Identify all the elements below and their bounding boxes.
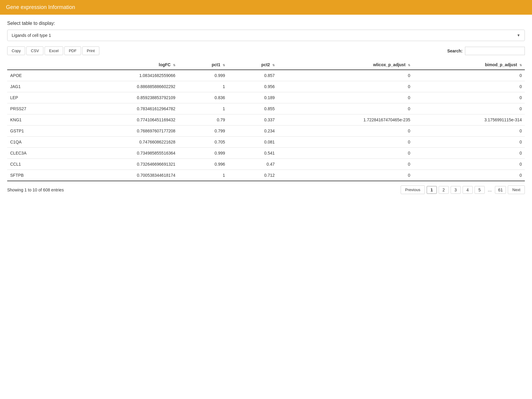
copy-button[interactable]: Copy — [7, 46, 25, 55]
cell-logfc: 0.774106451169432 — [64, 114, 178, 126]
cell-bimod: 3.1756991115e-314 — [413, 114, 525, 126]
cell-bimod: 0 — [413, 159, 525, 170]
cell-bimod: 0 — [413, 103, 525, 114]
cell-wlicox: 0 — [278, 126, 413, 137]
cell-pct2: 0.541 — [228, 148, 278, 159]
pdf-button[interactable]: PDF — [64, 46, 81, 55]
cell-gene: CLEC3A — [7, 148, 64, 159]
cell-pct2: 0.081 — [228, 137, 278, 148]
cell-pct1: 0.836 — [178, 92, 228, 103]
cell-pct1: 1 — [178, 170, 228, 181]
cell-pct1: 0.705 — [178, 137, 228, 148]
next-button[interactable]: Next — [508, 185, 525, 194]
dropdown-value: Ligands of cell type 1 — [12, 33, 51, 38]
cell-pct1: 0.79 — [178, 114, 228, 126]
table-row: APOE 1.08341682559066 0.999 0.857 0 0 — [7, 70, 525, 81]
cell-logfc: 0.859238853792109 — [64, 92, 178, 103]
cell-bimod: 0 — [413, 92, 525, 103]
previous-button[interactable]: Previous — [401, 185, 425, 194]
sort-icon-pct2: ⇅ — [272, 64, 275, 67]
col-header-wlicox[interactable]: wlicox_p_adjust ⇅ — [278, 60, 413, 70]
col-header-gene — [7, 60, 64, 70]
cell-logfc: 0.768697607177208 — [64, 126, 178, 137]
cell-logfc: 0.783461612964782 — [64, 103, 178, 114]
cell-bimod: 0 — [413, 137, 525, 148]
table-row: C1QA 0.74766086221628 0.705 0.081 0 0 — [7, 137, 525, 148]
cell-pct1: 0.996 — [178, 159, 228, 170]
cell-wlicox: 0 — [278, 170, 413, 181]
search-input[interactable] — [465, 47, 525, 55]
cell-logfc: 0.732646696691321 — [64, 159, 178, 170]
cell-gene: SFTPB — [7, 170, 64, 181]
table-row: KNG1 0.774106451169432 0.79 0.337 1.7228… — [7, 114, 525, 126]
cell-pct2: 0.712 — [228, 170, 278, 181]
cell-logfc: 0.74766086221628 — [64, 137, 178, 148]
cell-wlicox: 0 — [278, 70, 413, 81]
cell-gene: PRSS27 — [7, 103, 64, 114]
cell-wlicox: 0 — [278, 137, 413, 148]
sort-icon-bimod: ⇅ — [519, 64, 522, 67]
cell-pct2: 0.956 — [228, 81, 278, 92]
cell-pct1: 1 — [178, 81, 228, 92]
csv-button[interactable]: CSV — [26, 46, 43, 55]
cell-wlicox: 0 — [278, 148, 413, 159]
cell-wlicox: 0 — [278, 159, 413, 170]
select-label: Select table to display: — [7, 21, 525, 26]
table-dropdown[interactable]: Ligands of cell type 1 ▼ — [7, 30, 525, 41]
table-row: JAG1 0.886885886602292 1 0.956 0 0 — [7, 81, 525, 92]
sort-icon-logfc: ⇅ — [173, 64, 175, 67]
sort-icon-wlicox: ⇅ — [408, 64, 410, 67]
cell-wlicox: 0 — [278, 103, 413, 114]
table-row: GSTP1 0.768697607177208 0.799 0.234 0 0 — [7, 126, 525, 137]
cell-wlicox: 0 — [278, 81, 413, 92]
pagination-info: Showing 1 to 10 of 608 entries — [7, 188, 64, 192]
table-row: SFTPB 0.700538344618174 1 0.712 0 0 — [7, 170, 525, 181]
cell-logfc: 0.734985855516364 — [64, 148, 178, 159]
page-5-button[interactable]: 5 — [475, 186, 485, 194]
cell-wlicox: 1.72284167470465e-235 — [278, 114, 413, 126]
cell-pct2: 0.337 — [228, 114, 278, 126]
print-button[interactable]: Print — [82, 46, 99, 55]
page-last-button[interactable]: 61 — [495, 186, 506, 194]
search-label: Search: — [447, 49, 463, 53]
cell-pct1: 0.999 — [178, 148, 228, 159]
cell-pct2: 0.855 — [228, 103, 278, 114]
pagination-controls: Previous 1 2 3 4 5 … 61 Next — [401, 185, 525, 194]
table-row: CCL1 0.732646696691321 0.996 0.47 0 0 — [7, 159, 525, 170]
cell-pct2: 0.189 — [228, 92, 278, 103]
cell-logfc: 0.886885886602292 — [64, 81, 178, 92]
excel-button[interactable]: Excel — [45, 46, 63, 55]
header: Gene expression Information — [0, 0, 532, 15]
table-row: CLEC3A 0.734985855516364 0.999 0.541 0 0 — [7, 148, 525, 159]
cell-logfc: 0.700538344618174 — [64, 170, 178, 181]
cell-gene: GSTP1 — [7, 126, 64, 137]
col-header-logfc[interactable]: logFC ⇅ — [64, 60, 178, 70]
page-3-button[interactable]: 3 — [451, 186, 461, 194]
col-header-bimod[interactable]: bimod_p_adjust ⇅ — [413, 60, 525, 70]
col-header-pct1[interactable]: pct1 ⇅ — [178, 60, 228, 70]
table-row: LEP 0.859238853792109 0.836 0.189 0 0 — [7, 92, 525, 103]
cell-pct2: 0.857 — [228, 70, 278, 81]
cell-bimod: 0 — [413, 70, 525, 81]
table-row: PRSS27 0.783461612964782 1 0.855 0 0 — [7, 103, 525, 114]
chevron-down-icon: ▼ — [517, 33, 520, 37]
cell-pct1: 1 — [178, 103, 228, 114]
cell-bimod: 0 — [413, 126, 525, 137]
cell-wlicox: 0 — [278, 92, 413, 103]
col-header-pct2[interactable]: pct2 ⇅ — [228, 60, 278, 70]
cell-gene: KNG1 — [7, 114, 64, 126]
cell-gene: CCL1 — [7, 159, 64, 170]
page-2-button[interactable]: 2 — [439, 186, 449, 194]
data-table: logFC ⇅ pct1 ⇅ pct2 ⇅ wlicox_p_adjust ⇅ … — [7, 60, 525, 181]
cell-pct1: 0.999 — [178, 70, 228, 81]
page-1-button[interactable]: 1 — [427, 186, 437, 194]
cell-pct2: 0.234 — [228, 126, 278, 137]
cell-pct1: 0.799 — [178, 126, 228, 137]
page-4-button[interactable]: 4 — [463, 186, 473, 194]
cell-gene: JAG1 — [7, 81, 64, 92]
cell-gene: APOE — [7, 70, 64, 81]
cell-logfc: 1.08341682559066 — [64, 70, 178, 81]
cell-bimod: 0 — [413, 170, 525, 181]
sort-icon-pct1: ⇅ — [223, 64, 225, 67]
cell-pct2: 0.47 — [228, 159, 278, 170]
